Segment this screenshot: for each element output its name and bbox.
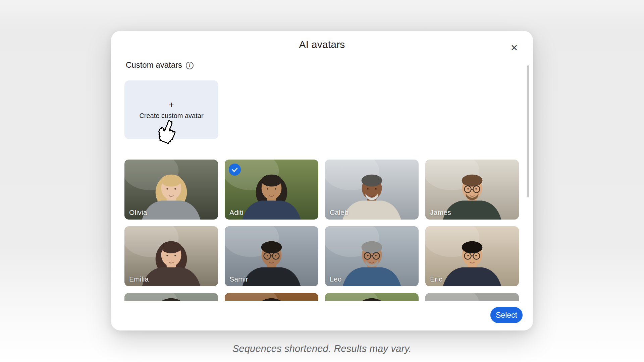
avatar-tile-partial[interactable] — [225, 293, 318, 301]
avatar-tile-james[interactable]: James — [425, 160, 519, 220]
avatar-name-label: Samir — [229, 275, 248, 283]
custom-avatars-heading: Custom avatars — [126, 60, 182, 70]
avatar-tile-partial[interactable] — [325, 293, 419, 301]
avatar-photo — [225, 293, 318, 301]
dialog-footer: Select — [111, 301, 533, 330]
dialog-body: Custom avatars i + Create custom avatar … — [111, 31, 533, 301]
avatar-photo — [425, 293, 519, 301]
avatar-name-label: Olivia — [129, 208, 147, 217]
caption-text: Sequences shortened. Results may vary. — [0, 343, 644, 354]
avatar-name-label: Caleb — [330, 208, 348, 217]
avatar-tile-partial[interactable] — [124, 293, 218, 301]
selected-check-icon — [229, 164, 241, 176]
plus-icon: + — [169, 100, 174, 109]
avatar-name-label: Eric — [430, 275, 442, 283]
ai-avatars-dialog: AI avatars ✕ Custom avatars i + Create c… — [111, 31, 533, 330]
page-background: AI avatars ✕ Custom avatars i + Create c… — [0, 0, 644, 362]
create-custom-avatar-label: Create custom avatar — [139, 112, 203, 120]
avatar-tile-olivia[interactable]: Olivia — [124, 160, 218, 220]
avatar-tile-emilia[interactable]: Emilia — [124, 226, 218, 286]
avatar-tile-samir[interactable]: Samir — [225, 226, 318, 286]
select-button[interactable]: Select — [490, 307, 523, 323]
avatar-name-label: James — [430, 208, 451, 217]
avatar-grid: OliviaAditiCalebJamesEmiliaSamirLeoEric — [124, 160, 519, 301]
avatar-name-label: Emilia — [129, 275, 149, 283]
dialog-scrollbar[interactable] — [527, 65, 529, 197]
avatar-photo — [325, 293, 419, 301]
hand-cursor-icon — [157, 119, 177, 144]
custom-avatars-section-header: Custom avatars i — [126, 60, 194, 70]
avatar-tile-partial[interactable] — [425, 293, 519, 301]
avatar-tile-caleb[interactable]: Caleb — [325, 160, 419, 220]
avatar-tile-eric[interactable]: Eric — [425, 226, 519, 286]
avatar-tile-aditi[interactable]: Aditi — [225, 160, 318, 220]
info-icon[interactable]: i — [186, 62, 194, 69]
avatar-photo — [124, 293, 218, 301]
avatar-tile-leo[interactable]: Leo — [325, 226, 419, 286]
avatar-name-label: Leo — [330, 275, 342, 283]
avatar-name-label: Aditi — [229, 208, 244, 217]
